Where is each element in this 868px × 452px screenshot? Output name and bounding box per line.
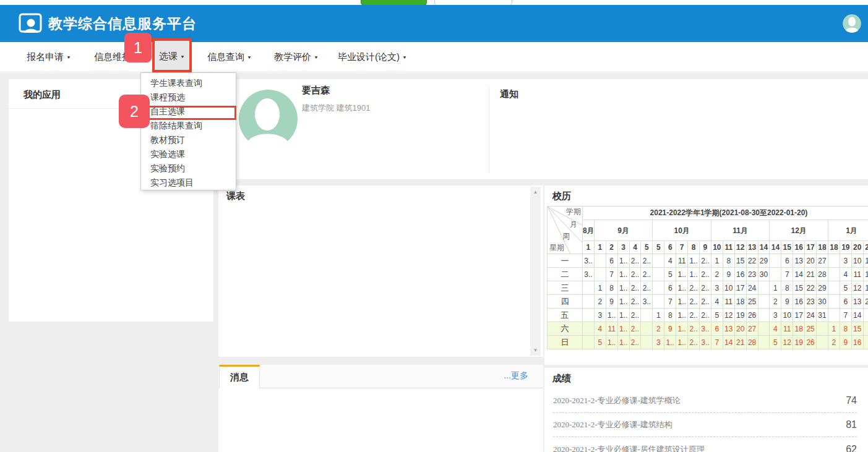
date-cell bbox=[582, 281, 594, 295]
nav-item-报名申请[interactable]: 报名申请▼ bbox=[27, 42, 71, 72]
more-link[interactable]: ...更多 bbox=[504, 370, 528, 382]
nav-item-教学评价[interactable]: 教学评价▼ bbox=[274, 42, 319, 72]
month-cell-11月: 11月 bbox=[711, 220, 770, 241]
week-number-cell: 18 bbox=[817, 241, 828, 254]
nav-item-信息查询[interactable]: 信息查询▼ bbox=[207, 42, 252, 72]
date-cell bbox=[863, 336, 868, 349]
week-number-cell: 15 bbox=[781, 241, 793, 254]
date-cell: 1.. bbox=[617, 336, 629, 349]
date-cell: 26 bbox=[805, 336, 817, 349]
week-number-cell: 1 bbox=[582, 241, 594, 254]
date-cell: 2 bbox=[770, 295, 781, 309]
day-label: 三 bbox=[548, 281, 583, 295]
course-selection-dropdown: 学生课表查询课程预选自主选课筛除结果查询教材预订实验选课实验预约实习选项目 bbox=[140, 72, 236, 190]
timetable-scrollbar[interactable]: ▲ ▼ bbox=[530, 187, 541, 356]
date-cell bbox=[770, 268, 781, 281]
date-cell bbox=[653, 281, 664, 295]
dropdown-item-教材预订[interactable]: 教材预订 bbox=[141, 133, 236, 147]
week-number-cell: 20 bbox=[851, 241, 863, 254]
scroll-down-icon[interactable]: ▼ bbox=[530, 345, 541, 356]
app-logo-icon bbox=[19, 12, 42, 35]
date-cell: 2.. bbox=[641, 268, 653, 281]
week-number-cell: 14 bbox=[758, 241, 770, 254]
date-cell: 11 bbox=[606, 322, 617, 336]
date-cell: 22 bbox=[746, 254, 758, 268]
date-cell bbox=[594, 254, 606, 268]
date-cell: 1.. bbox=[688, 254, 700, 268]
date-cell: 9 bbox=[840, 336, 851, 349]
date-cell: 6 bbox=[840, 295, 851, 309]
date-cell: 1.. bbox=[617, 295, 629, 309]
date-cell: 20 bbox=[805, 254, 817, 268]
week-number-cell: 3 bbox=[617, 241, 629, 254]
date-cell: 10 bbox=[781, 309, 793, 322]
chevron-down-icon: ▼ bbox=[402, 54, 407, 59]
date-cell: 7 bbox=[664, 295, 676, 309]
date-cell: 2.. bbox=[700, 254, 711, 268]
day-label: 二 bbox=[548, 268, 583, 281]
date-cell: 5 bbox=[840, 281, 851, 295]
date-cell bbox=[758, 322, 770, 336]
dropdown-item-实验预约[interactable]: 实验预约 bbox=[141, 161, 236, 176]
date-cell: 28 bbox=[817, 268, 828, 281]
date-cell: 14 bbox=[851, 309, 863, 322]
date-cell: 4 bbox=[664, 254, 676, 268]
date-cell bbox=[817, 336, 828, 349]
date-cell: 31 bbox=[817, 309, 828, 322]
tab-messages[interactable]: 消息 bbox=[219, 365, 260, 388]
date-cell: 28 bbox=[746, 336, 758, 349]
dropdown-item-筛除结果查询[interactable]: 筛除结果查询 bbox=[141, 119, 236, 133]
date-cell: 1.. bbox=[676, 309, 688, 322]
week-number-cell: 9 bbox=[700, 241, 711, 254]
date-cell: 12 bbox=[851, 281, 863, 295]
date-cell: 3.. bbox=[582, 254, 594, 268]
date-cell bbox=[653, 254, 664, 268]
date-cell: 16 bbox=[734, 268, 746, 281]
date-cell: 11 bbox=[723, 295, 734, 309]
date-cell: 2.. bbox=[629, 322, 641, 336]
nav-item-毕业设计(论文)[interactable]: 毕业设计(论文)▼ bbox=[338, 42, 407, 72]
dropdown-item-学生课表查询[interactable]: 学生课表查询 bbox=[141, 76, 236, 90]
dropdown-item-自主选课[interactable]: 自主选课 bbox=[141, 104, 236, 119]
nav-item-label: 毕业设计(论文) bbox=[338, 51, 400, 63]
nav-item-label: 信息查询 bbox=[207, 51, 244, 63]
date-cell: 6 bbox=[711, 322, 723, 336]
notice-title: 通知 bbox=[500, 88, 518, 100]
date-cell bbox=[641, 309, 653, 322]
date-cell: 27 bbox=[817, 254, 828, 268]
corner-label: 学期 bbox=[566, 208, 581, 216]
date-cell: 6 bbox=[606, 254, 617, 268]
nav-item-label: 报名申请 bbox=[27, 51, 64, 63]
week-number-cell: 18 bbox=[828, 241, 840, 254]
date-cell bbox=[653, 268, 664, 281]
week-number-cell: 19 bbox=[840, 241, 851, 254]
date-cell: 18 bbox=[793, 322, 805, 336]
date-cell: 2.. bbox=[641, 281, 653, 295]
calendar-week-row: 112345567891011121314141516171818192021 bbox=[548, 241, 868, 254]
chevron-down-icon: ▼ bbox=[66, 54, 71, 59]
date-cell: 1.. bbox=[617, 322, 629, 336]
step-2-badge: 2 bbox=[119, 95, 150, 128]
nav-item-选课[interactable]: 选课▼ bbox=[152, 41, 192, 72]
date-cell bbox=[758, 295, 770, 309]
dropdown-item-实习选项目[interactable]: 实习选项目 bbox=[141, 176, 236, 190]
calendar-title: 校历 bbox=[552, 190, 571, 202]
timetable-title: 课表 bbox=[226, 190, 245, 202]
date-cell: 8 bbox=[781, 281, 793, 295]
week-number-cell: 16 bbox=[793, 241, 805, 254]
date-cell: 9 bbox=[606, 295, 617, 309]
month-cell-12月: 12月 bbox=[770, 220, 828, 241]
scroll-up-icon[interactable]: ▲ bbox=[530, 187, 541, 197]
date-cell: 22 bbox=[805, 281, 817, 295]
week-number-cell: 4 bbox=[629, 241, 641, 254]
grades-title: 成绩 bbox=[552, 373, 571, 385]
dropdown-item-课程预选[interactable]: 课程预选 bbox=[141, 90, 236, 104]
date-cell: 15 bbox=[734, 254, 746, 268]
week-number-cell: 17 bbox=[805, 241, 817, 254]
user-avatar-icon[interactable] bbox=[843, 14, 861, 33]
calendar-day-row-三: 三181..2..2..61..2..2..310172418152229512… bbox=[548, 281, 868, 295]
date-cell: 14 bbox=[793, 268, 805, 281]
date-cell: 15 bbox=[851, 322, 863, 336]
dropdown-item-实验选课[interactable]: 实验选课 bbox=[141, 147, 236, 161]
week-number-cell: 8 bbox=[688, 241, 700, 254]
